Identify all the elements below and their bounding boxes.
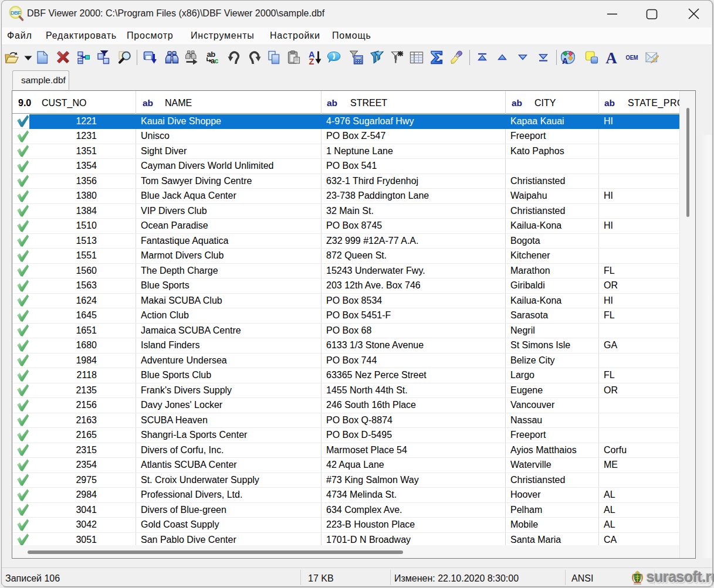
svg-text:c: c [215,56,219,64]
svg-text:A: A [562,56,568,64]
svg-text:OEM: OEM [625,54,638,61]
svg-text:Z: Z [309,57,314,64]
svg-text:DBF: DBF [11,9,21,16]
svg-text:A: A [605,50,617,64]
